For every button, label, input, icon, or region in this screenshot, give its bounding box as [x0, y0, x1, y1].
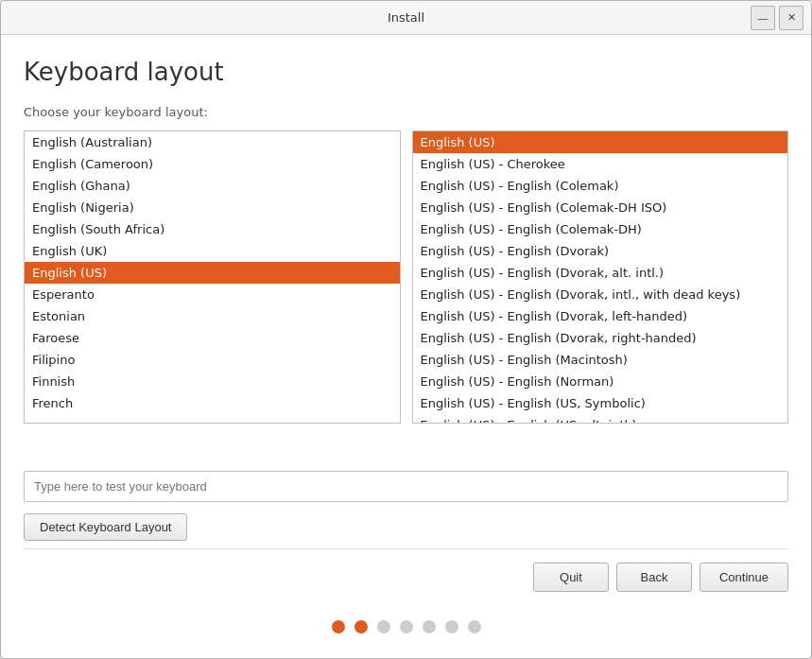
bottom-section: Quit Back Continue	[24, 548, 788, 643]
subtitle: Choose your keyboard layout:	[24, 105, 788, 119]
continue-button[interactable]: Continue	[700, 563, 788, 592]
install-window: Install — ✕ Keyboard layout Choose your …	[0, 0, 812, 659]
right-list-items: English (US)English (US) - CherokeeEngli…	[413, 131, 788, 424]
progress-dot-5	[445, 620, 458, 633]
list-item[interactable]: English (US)	[25, 262, 400, 284]
keyboard-test-input[interactable]	[24, 471, 788, 502]
progress-dot-3	[400, 620, 413, 633]
back-button[interactable]: Back	[616, 563, 692, 592]
main-content: Keyboard layout Choose your keyboard lay…	[1, 35, 811, 658]
list-item[interactable]: Faroese	[25, 327, 400, 349]
list-item[interactable]: Esperanto	[25, 284, 400, 305]
list-item[interactable]: English (South Africa)	[25, 218, 400, 240]
progress-dots	[24, 611, 788, 643]
list-item[interactable]: English (US) - English (Norman)	[413, 371, 788, 392]
page-title: Keyboard layout	[24, 58, 788, 86]
list-item[interactable]: Finnish	[25, 371, 400, 392]
list-item[interactable]: English (US) - English (Colemak-DH)	[413, 218, 788, 240]
left-list-items: English (Australian)English (Cameroon)En…	[25, 131, 400, 414]
list-item[interactable]: Filipino	[25, 349, 400, 371]
list-item[interactable]: English (Nigeria)	[25, 197, 400, 218]
list-item[interactable]: English (Australian)	[25, 131, 400, 153]
window-title: Install	[388, 10, 424, 25]
list-item[interactable]: English (US)	[413, 131, 788, 153]
close-button[interactable]: ✕	[779, 6, 803, 30]
progress-dot-0	[332, 620, 345, 633]
list-item[interactable]: English (Ghana)	[25, 175, 400, 197]
list-item[interactable]: French	[25, 392, 400, 414]
progress-dot-2	[377, 620, 390, 633]
progress-dot-1	[354, 620, 368, 633]
list-item[interactable]: English (US) - English (Colemak-DH ISO)	[413, 197, 788, 218]
list-item[interactable]: English (US) - Cherokee	[413, 153, 788, 175]
progress-dot-4	[423, 620, 436, 633]
list-item[interactable]: English (US) - English (Colemak)	[413, 175, 788, 197]
list-item[interactable]: English (US) - English (Dvorak, left-han…	[413, 305, 788, 327]
list-item[interactable]: English (US) - English (Dvorak, alt. int…	[413, 262, 788, 284]
list-item[interactable]: English (US) - English (Macintosh)	[413, 349, 788, 371]
layout-list-right[interactable]: English (US)English (US) - CherokeeEngli…	[412, 130, 789, 424]
list-item[interactable]: English (US) - English (Dvorak)	[413, 240, 788, 262]
list-item[interactable]: Estonian	[25, 305, 400, 327]
keyboard-lists: English (Australian)English (Cameroon)En…	[24, 130, 788, 460]
list-item[interactable]: English (US) - English (US, alt. intl.)	[413, 414, 788, 424]
list-item[interactable]: English (US) - English (US, Symbolic)	[413, 392, 788, 414]
window-controls: — ✕	[751, 6, 803, 30]
quit-button[interactable]: Quit	[533, 563, 609, 592]
minimize-button[interactable]: —	[751, 6, 775, 30]
list-item[interactable]: English (US) - English (Dvorak, right-ha…	[413, 327, 788, 349]
progress-dot-6	[468, 620, 481, 633]
detect-keyboard-button[interactable]: Detect Keyboard Layout	[24, 513, 187, 541]
titlebar: Install — ✕	[1, 1, 811, 35]
list-item[interactable]: English (Cameroon)	[25, 153, 400, 175]
nav-buttons: Quit Back Continue	[24, 563, 788, 592]
list-item[interactable]: English (US) - English (Dvorak, intl., w…	[413, 284, 788, 305]
layout-list-left[interactable]: English (Australian)English (Cameroon)En…	[24, 130, 401, 424]
list-item[interactable]: English (UK)	[25, 240, 400, 262]
